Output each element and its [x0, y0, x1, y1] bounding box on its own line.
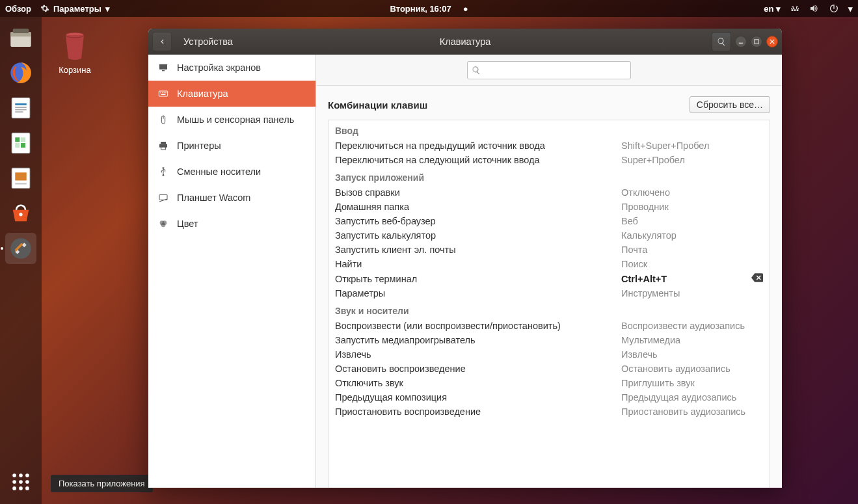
shortcut-row[interactable]: Переключиться на следующий источник ввод…: [328, 153, 770, 167]
sidebar-item-mouse[interactable]: Мышь и сенсорная панель: [148, 107, 315, 133]
volume-icon[interactable]: [809, 3, 820, 14]
shortcut-row[interactable]: Запустить медиапроигрывательМультимедиа: [328, 333, 770, 347]
svg-point-27: [19, 480, 23, 484]
shortcut-row[interactable]: Запустить калькуляторКалькулятор: [328, 228, 770, 243]
topbar: Обзор Параметры ▾ Вторник, 16:07 ● en ▾ …: [0, 0, 858, 17]
shortcut-row[interactable]: Вызов справкиОтключено: [328, 185, 770, 200]
dock-item-files[interactable]: [5, 22, 36, 53]
shortcut-value: Извлечь: [621, 349, 763, 360]
shortcut-value: Предыдущая аудиозапись: [621, 392, 763, 403]
shortcut-value: Почта: [621, 245, 763, 255]
shortcut-label: Параметры: [335, 288, 621, 298]
reset-all-button[interactable]: Сбросить все…: [690, 96, 770, 113]
dock-item-software[interactable]: [5, 198, 36, 229]
shortcut-label: Запустить клиент эл. почты: [335, 245, 621, 255]
software-icon: [7, 200, 34, 227]
shortcut-row[interactable]: Домашняя папкаПроводник: [328, 200, 770, 214]
shortcut-label: Запустить веб-браузер: [335, 216, 621, 226]
sidebar-item-tablet[interactable]: Планшет Wacom: [148, 185, 315, 211]
back-button[interactable]: [152, 32, 172, 51]
shortcut-label: Предыдущая композиция: [335, 392, 621, 403]
app-menu-label: Параметры: [53, 4, 101, 14]
svg-rect-41: [164, 92, 165, 93]
svg-point-20: [19, 213, 22, 216]
dock-item-firefox[interactable]: [5, 57, 36, 88]
svg-point-26: [12, 480, 16, 484]
shortcut-row[interactable]: Предыдущая композицияПредыдущая аудиозап…: [328, 390, 770, 405]
content-search[interactable]: [467, 61, 631, 79]
shortcut-label: Отключить звук: [335, 378, 621, 388]
network-icon[interactable]: [790, 3, 800, 14]
svg-point-21: [10, 238, 31, 259]
power-icon[interactable]: [829, 3, 839, 14]
clear-shortcut-icon[interactable]: [751, 273, 763, 284]
dock-item-impress[interactable]: [5, 163, 36, 194]
activities-button[interactable]: Обзор: [5, 4, 31, 14]
svg-point-55: [161, 223, 166, 228]
sidebar-item-display[interactable]: Настройка экранов: [148, 55, 315, 81]
color-icon: [157, 218, 169, 230]
svg-rect-18: [15, 172, 27, 180]
minimize-button[interactable]: [735, 36, 747, 47]
dock-item-settings[interactable]: [5, 233, 36, 264]
shortcut-label: Открыть терминал: [335, 274, 621, 284]
svg-rect-47: [159, 144, 167, 147]
settings-icon: [7, 235, 34, 262]
search-icon: [717, 37, 726, 46]
shortcut-row[interactable]: НайтиПоиск: [328, 257, 770, 271]
shortcut-row[interactable]: ИзвлечьИзвлечь: [328, 347, 770, 362]
shortcut-row[interactable]: Переключиться на предыдущий источник вво…: [328, 139, 770, 153]
svg-rect-43: [161, 94, 166, 95]
dock-item-apps[interactable]: [5, 466, 36, 497]
display-icon: [157, 62, 169, 73]
sidebar-item-color[interactable]: Цвет: [148, 211, 315, 237]
clock[interactable]: Вторник, 16:07 ●: [390, 4, 468, 14]
shortcut-row[interactable]: Воспроизвести (или воспроизвести/приоста…: [328, 319, 770, 333]
shortcut-list[interactable]: ВводПереключиться на предыдущий источник…: [328, 120, 770, 488]
shortcut-label: Запустить калькулятор: [335, 230, 621, 241]
shortcut-value: Инструменты: [621, 288, 763, 298]
tablet-icon: [157, 192, 169, 204]
dropdown-icon: ▾: [105, 4, 110, 14]
calc-icon: [7, 129, 34, 157]
trash-icon: [59, 26, 91, 64]
apps-grid-icon: [10, 471, 32, 493]
svg-rect-12: [15, 137, 20, 142]
desktop-icon-trash[interactable]: Корзина: [59, 26, 91, 75]
close-button[interactable]: [766, 36, 778, 47]
content-search-row: [316, 55, 782, 86]
sidebar-item-printer[interactable]: Принтеры: [148, 133, 315, 159]
shortcut-row[interactable]: ПараметрыИнструменты: [328, 286, 770, 300]
window-title: Клавиатура: [440, 36, 491, 47]
settings-window: Устройства Клавиатура Настройка экрановК…: [148, 29, 782, 488]
shortcut-row[interactable]: Запустить веб-браузерВеб: [328, 214, 770, 228]
svg-rect-14: [15, 143, 20, 148]
maximize-button[interactable]: [751, 36, 762, 47]
shortcut-row[interactable]: Открыть терминалCtrl+Alt+T: [328, 271, 770, 286]
chevron-left-icon: [157, 37, 167, 46]
svg-rect-9: [15, 111, 23, 113]
sidebar-item-label: Цвет: [177, 219, 198, 229]
shortcut-value: Калькулятор: [621, 230, 763, 241]
shortcut-label: Извлечь: [335, 349, 621, 360]
dock-item-calc[interactable]: [5, 127, 36, 159]
shortcut-value: Super+Пробел: [621, 155, 763, 165]
shortcut-row[interactable]: Остановить воспроизведениеОстановить ауд…: [328, 362, 770, 376]
title-search-button[interactable]: [712, 32, 731, 51]
shortcut-label: Остановить воспроизведение: [335, 364, 621, 374]
shortcut-row[interactable]: Приостановить воспроизведениеПриостанови…: [328, 405, 770, 419]
sidebar-item-label: Настройка экранов: [177, 62, 261, 73]
shortcut-row[interactable]: Запустить клиент эл. почтыПочта: [328, 243, 770, 257]
app-menu[interactable]: Параметры ▾: [40, 4, 110, 14]
dot-icon: ●: [463, 4, 468, 14]
input-lang[interactable]: en ▾: [764, 4, 781, 14]
svg-rect-6: [15, 103, 27, 105]
dock-item-writer[interactable]: [5, 92, 36, 124]
titlebar: Устройства Клавиатура: [148, 29, 782, 55]
shortcut-row[interactable]: Отключить звукПриглушить звук: [328, 376, 770, 390]
sidebar-item-label: Принтеры: [177, 140, 221, 151]
sidebar-item-keyboard[interactable]: Клавиатура: [148, 81, 315, 107]
sidebar-item-usb[interactable]: Сменные носители: [148, 159, 315, 185]
shortcut-value: Поиск: [621, 259, 763, 269]
svg-rect-7: [15, 107, 27, 108]
